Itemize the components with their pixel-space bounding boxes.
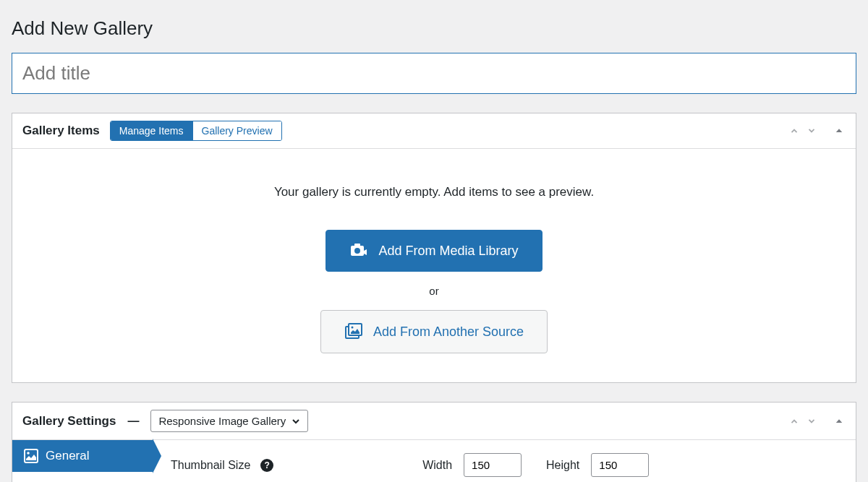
camera-icon [349, 242, 370, 259]
tab-manage-items[interactable]: Manage Items [111, 121, 192, 140]
tab-general[interactable]: General [12, 440, 153, 472]
empty-gallery-message: Your gallery is currently empty. Add ite… [27, 185, 841, 199]
thumbnail-size-label: Thumbnail Size [171, 459, 250, 472]
svg-rect-1 [354, 244, 360, 246]
gallery-settings-panel: Gallery Settings — Responsive Image Gall… [12, 402, 856, 482]
panel-controls [788, 124, 846, 137]
add-from-another-source-button[interactable]: Add From Another Source [320, 310, 548, 353]
or-separator: or [27, 285, 841, 297]
gallery-settings-title: Gallery Settings [22, 414, 116, 429]
gallery-items-tabs: Manage Items Gallery Preview [110, 121, 282, 141]
svg-point-2 [354, 248, 360, 254]
gallery-items-body: Your gallery is currently empty. Add ite… [12, 149, 856, 382]
thumbnail-width-input[interactable] [464, 453, 522, 477]
svg-point-7 [27, 452, 30, 455]
help-icon[interactable]: ? [260, 459, 273, 472]
gallery-items-header: Gallery Items Manage Items Gallery Previ… [12, 113, 856, 149]
images-stack-icon [344, 322, 363, 341]
minus-icon: — [126, 414, 140, 429]
gallery-type-selected: Responsive Image Gallery [158, 415, 286, 427]
gallery-items-panel: Gallery Items Manage Items Gallery Previ… [12, 113, 856, 383]
chevron-down-icon [292, 417, 300, 426]
add-from-media-button[interactable]: Add From Media Library [326, 230, 542, 272]
svg-point-5 [351, 327, 353, 329]
settings-content: Thumbnail Size ? Width Height [153, 440, 856, 482]
add-from-another-source-label: Add From Another Source [373, 324, 524, 340]
panel-controls [788, 415, 846, 428]
add-from-media-label: Add From Media Library [378, 244, 518, 259]
settings-side-tabs: General [12, 440, 153, 482]
page-title: Add New Gallery [12, 17, 856, 40]
gallery-type-select[interactable]: Responsive Image Gallery [150, 410, 308, 432]
tab-general-label: General [46, 449, 89, 463]
tab-gallery-preview[interactable]: Gallery Preview [192, 121, 281, 140]
chevron-down-icon[interactable] [805, 124, 818, 137]
image-icon [24, 449, 38, 463]
gallery-title-input[interactable] [12, 53, 856, 94]
chevron-down-icon[interactable] [805, 415, 818, 428]
gallery-items-title: Gallery Items [22, 124, 100, 138]
chevron-up-icon[interactable] [788, 415, 801, 428]
svg-rect-6 [25, 449, 38, 462]
gallery-settings-header: Gallery Settings — Responsive Image Gall… [12, 403, 856, 440]
collapse-icon[interactable] [833, 415, 846, 428]
chevron-up-icon[interactable] [788, 124, 801, 137]
thumbnail-height-input[interactable] [591, 453, 649, 477]
gallery-settings-body: General Thumbnail Size ? Width Height [12, 440, 856, 482]
width-label: Width [422, 459, 452, 472]
collapse-icon[interactable] [833, 124, 846, 137]
height-label: Height [546, 459, 579, 472]
